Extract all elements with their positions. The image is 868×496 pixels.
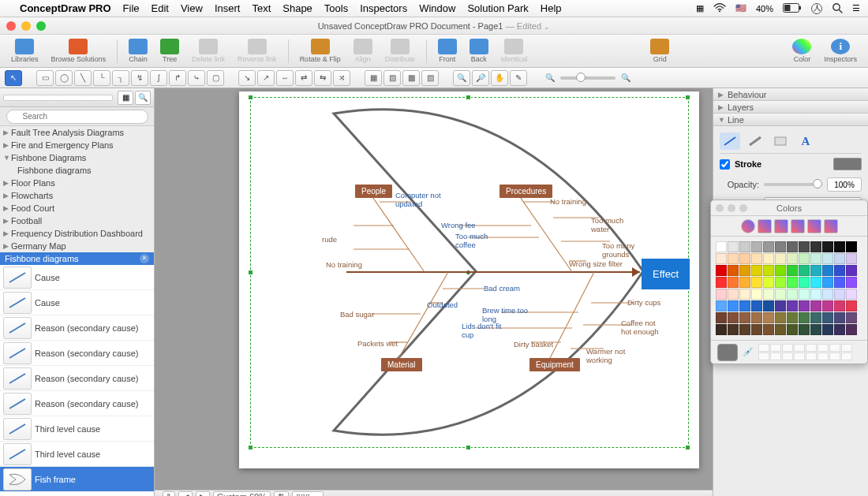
tree-item[interactable]: ▶Football (0, 214, 154, 227)
color-swatch[interactable] (763, 324, 774, 335)
toolbar-align[interactable]: Align (349, 39, 377, 63)
panel-close-button[interactable] (716, 204, 724, 212)
tree-item[interactable]: ▶Fault Tree Analysis Diagrams (0, 126, 154, 139)
menu-help[interactable]: Help (541, 2, 562, 14)
color-swatch[interactable] (846, 312, 857, 323)
shape-item[interactable]: Cause (0, 290, 154, 315)
color-swatch[interactable] (775, 300, 786, 311)
title-dropdown-icon[interactable]: ⌄ (544, 23, 550, 31)
lib-search-btn[interactable]: 🔍 (135, 91, 151, 105)
color-swatch[interactable] (834, 300, 845, 311)
cat-equipment[interactable]: Equipment (529, 358, 580, 371)
shape-item[interactable]: Cause (0, 265, 154, 290)
color-swatch[interactable] (787, 241, 798, 252)
pointer-tool[interactable]: ↖ (5, 70, 22, 86)
text-tool[interactable]: ▢ (207, 70, 224, 86)
color-swatch[interactable] (763, 253, 774, 264)
color-swatch[interactable] (739, 289, 750, 300)
color-swatch[interactable] (787, 312, 798, 323)
color-swatch[interactable] (728, 277, 739, 288)
color-swatch[interactable] (822, 241, 833, 252)
color-swatch[interactable] (775, 277, 786, 288)
sec-line[interactable]: ▼Line (713, 114, 868, 126)
color-custom-tab[interactable] (824, 219, 838, 233)
menu-insert[interactable]: Insert (215, 2, 241, 14)
toolbar-back[interactable]: Back (465, 39, 493, 63)
color-swatch[interactable] (846, 324, 857, 335)
shape-item[interactable]: Fish frame (0, 467, 154, 492)
color-swatch[interactable] (822, 289, 833, 300)
toolbar-browse[interactable]: Browse Solutions (47, 39, 111, 63)
color-swatch[interactable] (728, 324, 739, 335)
tree-item[interactable]: ▶Germany Map (0, 240, 154, 252)
color-swatch[interactable] (810, 312, 821, 323)
ellipse-tool[interactable]: ◯ (55, 70, 73, 86)
arrow3-tool[interactable]: ↔ (276, 70, 294, 86)
toolbar-revlink[interactable]: Reverse link (233, 39, 282, 63)
zoom-stepper[interactable]: ⇅ (274, 491, 289, 497)
color-swatch[interactable] (728, 241, 739, 252)
toolbar-dellink[interactable]: Delete link (187, 39, 230, 63)
shape-item[interactable]: Reason (secondary cause) (0, 315, 154, 341)
sec-behaviour[interactable]: ▶Behaviour (713, 88, 868, 101)
color-swatch[interactable] (728, 265, 739, 276)
color-swatch[interactable] (739, 312, 750, 323)
menu-text[interactable]: Text (252, 2, 271, 14)
color-swatch[interactable] (787, 277, 798, 288)
accessibility-icon[interactable]: 人 (811, 3, 822, 14)
page-nav-prev[interactable]: ◀ (178, 491, 193, 497)
toolbar-chain[interactable]: Chain (124, 39, 152, 63)
minimize-window-button[interactable] (21, 21, 31, 31)
color-swatch[interactable] (810, 289, 821, 300)
color-swatch[interactable] (739, 300, 750, 311)
shape-item[interactable]: Reason (secondary cause) (0, 366, 154, 391)
color-swatch[interactable] (787, 300, 798, 311)
close-window-button[interactable] (6, 21, 16, 31)
color-swatch[interactable] (822, 265, 833, 276)
zoom-in-tool[interactable]: 🔍 (453, 70, 470, 86)
zoom-slider[interactable] (560, 76, 615, 80)
tree-item[interactable]: ▶Food Court (0, 202, 154, 214)
color-swatch[interactable] (763, 265, 774, 276)
toolbar-front[interactable]: Front (433, 39, 462, 63)
tree-item[interactable]: ▶Flowcharts (0, 189, 154, 202)
color-sliders-tab[interactable] (758, 219, 772, 233)
color-swatch[interactable] (739, 277, 750, 288)
color-swatch[interactable] (834, 265, 845, 276)
color-swatch[interactable] (834, 289, 845, 300)
color-swatch[interactable] (775, 241, 786, 252)
color-swatch[interactable] (846, 277, 857, 288)
spotlight-icon[interactable] (832, 2, 843, 15)
color-swatch[interactable] (751, 300, 762, 311)
color-swatch[interactable] (834, 277, 845, 288)
color-swatch[interactable] (787, 324, 798, 335)
color-swatch[interactable] (787, 289, 798, 300)
color-swatch[interactable] (751, 289, 762, 300)
zoom-out-tool[interactable]: 🔎 (472, 70, 489, 86)
color-swatch[interactable] (846, 265, 857, 276)
stroke-color-well[interactable] (833, 158, 862, 170)
opacity-slider[interactable] (764, 183, 822, 186)
zoom-plus[interactable]: 🔍 (617, 70, 634, 86)
group1-tool[interactable]: ▦ (365, 70, 382, 86)
color-swatch[interactable] (751, 241, 762, 252)
arrow4-tool[interactable]: ⇄ (295, 70, 312, 86)
toolbar-rotflip[interactable]: Rotate & Flip (295, 39, 346, 63)
rect-tool[interactable]: ▭ (36, 70, 54, 86)
color-swatch[interactable] (728, 300, 739, 311)
group4-tool[interactable]: ▧ (421, 70, 439, 86)
toolbar-grid[interactable]: Grid (645, 39, 674, 63)
search-input[interactable] (6, 110, 148, 124)
color-swatch[interactable] (739, 253, 750, 264)
tree-item[interactable]: ▶Fire and Emergency Plans (0, 139, 154, 151)
stroke-checkbox[interactable] (720, 159, 730, 170)
color-swatch[interactable] (810, 265, 821, 276)
wifi-icon[interactable] (713, 3, 726, 14)
color-swatch[interactable] (810, 253, 821, 264)
sec-layers[interactable]: ▶Layers (713, 101, 868, 114)
color-swatch[interactable] (799, 241, 810, 252)
color-swatch[interactable] (834, 253, 845, 264)
color-swatch[interactable] (799, 289, 810, 300)
color-swatch[interactable] (834, 324, 845, 335)
tree-item[interactable]: Fishbone diagrams (0, 164, 154, 177)
